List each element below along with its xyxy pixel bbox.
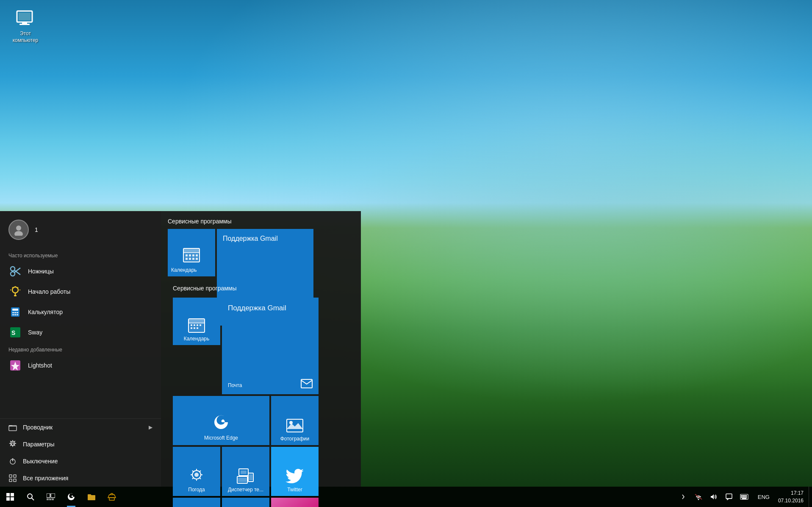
svg-rect-100	[47, 493, 50, 498]
nav-power[interactable]: Выключение	[0, 453, 161, 470]
svg-line-83	[200, 478, 201, 479]
app-scissors-label: Ножницы	[28, 268, 54, 275]
svg-rect-103	[49, 499, 51, 500]
svg-rect-97	[11, 497, 14, 501]
svg-rect-47	[189, 258, 191, 260]
nav-settings[interactable]: Параметры	[0, 436, 161, 453]
svg-text:S: S	[11, 329, 15, 336]
taskbar-taskview-button[interactable]	[41, 487, 61, 507]
svg-line-13	[12, 287, 13, 288]
explorer-arrow-icon: ▶	[149, 424, 152, 430]
svg-rect-23	[12, 314, 14, 315]
app-sway[interactable]: S Sway	[0, 322, 161, 343]
svg-rect-101	[51, 493, 55, 498]
svg-rect-116	[745, 497, 746, 498]
taskbar-action-center-icon[interactable]	[722, 488, 736, 505]
nav-allapps-label: Все приложения	[23, 475, 68, 482]
svg-rect-67	[200, 324, 201, 326]
svg-rect-90	[238, 478, 247, 482]
svg-rect-94	[6, 493, 10, 496]
svg-rect-44	[192, 254, 194, 256]
mail-label-r1: Почта	[228, 382, 242, 388]
explorer-nav-icon	[8, 423, 17, 432]
svg-rect-1	[19, 13, 30, 20]
taskbar-store-icon[interactable]	[102, 487, 122, 507]
svg-point-74	[289, 421, 293, 424]
settings-nav-icon	[8, 440, 17, 448]
computer-icon-label: Этот компьютер	[8, 31, 42, 44]
recent-header: Недавно добавленные	[0, 343, 161, 355]
svg-line-81	[200, 471, 201, 472]
start-user[interactable]: 1	[0, 211, 161, 248]
svg-line-14	[18, 287, 19, 288]
taskbar-lang[interactable]: ENG	[754, 487, 773, 507]
svg-rect-64	[191, 324, 192, 326]
power-nav-icon	[8, 457, 17, 465]
tile-calendar-r1[interactable]: Календарь	[173, 298, 220, 345]
taskbar-volume-icon[interactable]	[707, 488, 721, 505]
app-getstarted-label: Начало работы	[28, 288, 70, 295]
tile-edge-r2[interactable]: Microsoft Edge	[173, 396, 269, 445]
app-lightshot[interactable]: Lightshot	[0, 355, 161, 376]
svg-rect-45	[196, 254, 198, 256]
app-scissors[interactable]: Ножницы	[0, 261, 161, 281]
svg-point-4	[16, 226, 21, 231]
nav-explorer[interactable]: Проводник ▶	[0, 419, 161, 436]
svg-rect-102	[47, 499, 49, 500]
svg-point-84	[194, 473, 199, 477]
frequent-header: Часто используемые	[0, 248, 161, 261]
allapps-nav-icon	[8, 474, 17, 482]
taskbar-search-button[interactable]	[20, 487, 41, 507]
taskbar-time: 17:17	[791, 489, 804, 497]
svg-point-6	[11, 272, 15, 276]
svg-rect-70	[197, 327, 198, 329]
tile-weather-r3[interactable]: Погода	[173, 447, 220, 487]
start-menu-left: 1 Часто используемые Ножницы	[0, 211, 161, 487]
svg-rect-95	[11, 493, 14, 496]
taskbar-edge-icon[interactable]	[61, 487, 81, 507]
app-lightshot-label: Lightshot	[28, 362, 52, 369]
taskbar-explorer-icon[interactable]	[81, 487, 102, 507]
svg-rect-115	[744, 497, 745, 498]
app-getstarted[interactable]: Начало работы	[0, 281, 161, 302]
nav-power-label: Выключение	[23, 458, 58, 465]
svg-point-7	[11, 267, 15, 271]
taskbar-start-button[interactable]	[0, 487, 20, 507]
tile-twitter-r3[interactable]: Twitter	[271, 447, 319, 487]
svg-marker-73	[287, 423, 303, 429]
nav-allapps[interactable]: Все приложения	[0, 470, 161, 487]
mail-title-r1: Поддержка Gmail	[228, 304, 286, 313]
taskbar-show-desktop[interactable]	[809, 487, 812, 507]
app-calculator[interactable]: Калькулятор	[0, 302, 161, 322]
taskbar-keyboard-icon[interactable]	[737, 488, 751, 505]
svg-rect-19	[12, 309, 18, 311]
svg-rect-68	[191, 327, 192, 329]
taskbar-network-icon[interactable]	[692, 488, 705, 505]
svg-rect-20	[12, 312, 14, 313]
svg-rect-21	[14, 312, 16, 313]
taskbar-date: 07.10.2016	[778, 497, 804, 504]
tile-calendar[interactable]: Календарь	[168, 229, 215, 276]
tile-mail-title: Поддержка Gmail	[223, 235, 278, 242]
start-nav-section: Проводник ▶ Параметры	[0, 418, 161, 487]
lightshot-app-icon	[8, 359, 22, 372]
svg-rect-113	[741, 497, 742, 498]
calculator-app-icon	[8, 305, 22, 319]
taskbar-pinned	[61, 487, 122, 507]
desktop: Этот компьютер 1 Часто используемые	[0, 0, 812, 507]
taskbar-clock[interactable]: 17:17 07.10.2016	[773, 487, 809, 507]
taskbar-chevron-icon[interactable]	[676, 488, 690, 505]
svg-rect-3	[19, 24, 30, 25]
tile-devmgr-r3[interactable]: Диспетчер те...	[222, 447, 269, 487]
svg-rect-34	[9, 475, 12, 477]
svg-rect-86	[241, 471, 247, 474]
scissors-app-icon	[8, 265, 22, 278]
svg-rect-25	[17, 314, 18, 315]
tile-mail-r1[interactable]: Поддержка Gmail Почта	[222, 298, 319, 394]
svg-rect-72	[287, 419, 303, 432]
svg-rect-49	[196, 258, 198, 260]
desktop-icon-computer[interactable]: Этот компьютер	[8, 8, 42, 44]
app-calculator-label: Калькулятор	[28, 309, 63, 315]
tiles-header: Сервисные программы	[168, 218, 354, 225]
tile-photos-r2[interactable]: Фотографии	[271, 396, 319, 445]
